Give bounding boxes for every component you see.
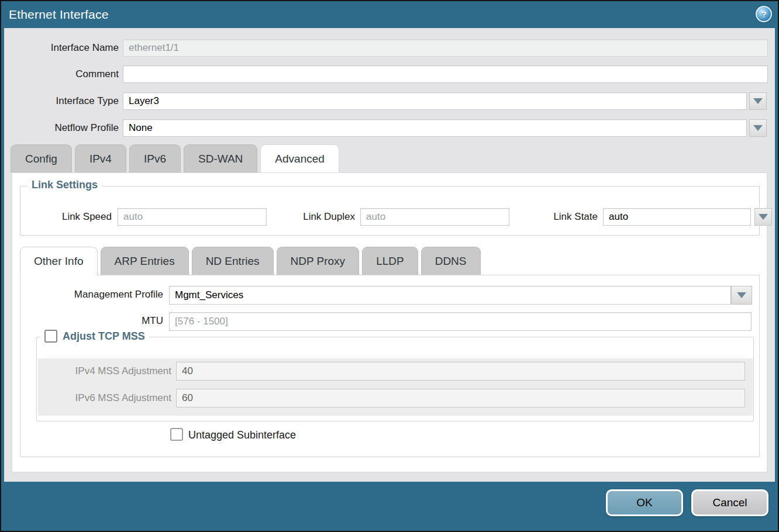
netflow-profile-input[interactable] [123, 119, 747, 137]
sub-tab-bar: Other Info ARP Entries ND Entries NDP Pr… [20, 243, 481, 275]
link-speed-input[interactable] [118, 208, 267, 226]
cancel-button[interactable]: Cancel [691, 489, 768, 516]
chevron-down-icon [753, 125, 763, 131]
link-settings-fieldset: Link Settings Link Speed Link Duplex Lin… [20, 186, 760, 236]
mtu-input[interactable] [169, 312, 752, 331]
subtab-arp-entries[interactable]: ARP Entries [101, 247, 189, 275]
mtu-row: MTU [20, 312, 759, 331]
dialog-body: Interface Name Comment Interface Type Ne… [4, 28, 775, 482]
management-profile-row: Management Profile [20, 286, 759, 305]
link-speed-label: Link Speed [20, 208, 112, 226]
link-duplex-input[interactable] [360, 208, 509, 226]
tab-sdwan[interactable]: SD-WAN [184, 144, 257, 172]
dialog-footer: OK Cancel [1, 482, 778, 531]
tab-ipv6[interactable]: IPv6 [129, 144, 181, 172]
chevron-down-icon [759, 214, 768, 220]
untagged-subinterface-row: Untagged Subinterface [20, 428, 759, 442]
help-glyph: ? [761, 10, 766, 19]
tab-config[interactable]: Config [11, 144, 72, 172]
main-tab-bar: Config IPv4 IPv6 SD-WAN Advanced [11, 144, 339, 172]
subtab-nd-entries[interactable]: ND Entries [192, 247, 274, 275]
chevron-down-icon [753, 98, 763, 104]
netflow-profile-row: Netflow Profile [4, 119, 768, 137]
subtab-other-info[interactable]: Other Info [20, 247, 98, 275]
subtab-ndp-proxy[interactable]: NDP Proxy [277, 247, 360, 275]
dialog-title: Ethernet Interface [1, 8, 109, 22]
interface-type-row: Interface Type [4, 92, 768, 110]
interface-name-label: Interface Name [4, 39, 119, 57]
ok-button[interactable]: OK [606, 489, 683, 516]
subtab-ddns[interactable]: DDNS [421, 247, 481, 275]
untagged-subinterface-checkbox[interactable] [170, 428, 183, 441]
comment-row: Comment [4, 65, 768, 83]
netflow-profile-dropdown-button[interactable] [749, 119, 767, 137]
link-state-input[interactable] [603, 208, 751, 226]
ipv6-mss-row: IPv6 MSS Adjustment [38, 389, 753, 407]
interface-type-label: Interface Type [4, 92, 119, 110]
interface-name-input [123, 39, 768, 57]
help-icon[interactable]: ? [756, 6, 772, 22]
link-state-field [603, 208, 751, 226]
management-profile-input[interactable] [169, 286, 731, 305]
advanced-tab-panel: Link Settings Link Speed Link Duplex Lin… [12, 172, 767, 472]
chevron-down-icon [737, 292, 746, 298]
mtu-label: MTU [20, 312, 163, 330]
link-state-label: Link State [505, 208, 598, 226]
ipv4-mss-input [176, 362, 745, 381]
adjust-tcp-mss-checkbox[interactable] [44, 330, 57, 343]
link-settings-legend: Link Settings [27, 179, 102, 191]
tab-advanced[interactable]: Advanced [260, 144, 339, 172]
interface-type-dropdown-button[interactable] [749, 92, 767, 110]
untagged-subinterface-label: Untagged Subinterface [188, 428, 296, 442]
interface-name-row: Interface Name [4, 39, 768, 57]
ethernet-interface-dialog: Ethernet Interface ? Interface Name Comm… [0, 0, 779, 532]
screenshot: Ethernet Interface ? Interface Name Comm… [0, 0, 779, 532]
adjust-tcp-mss-legend-text: Adjust TCP MSS [63, 330, 145, 343]
ipv4-mss-label: IPv4 MSS Adjustment [38, 362, 171, 381]
management-profile-dropdown-button[interactable] [731, 286, 752, 305]
adjust-tcp-mss-fieldset: Adjust TCP MSS IPv4 MSS Adjustment IPv6 … [36, 337, 754, 422]
comment-input[interactable] [123, 65, 768, 83]
other-info-panel: Management Profile MTU Adjust TCP MSS [20, 275, 760, 457]
subtab-lldp[interactable]: LLDP [362, 247, 418, 275]
ipv6-mss-input [176, 389, 745, 407]
comment-label: Comment [4, 65, 119, 83]
netflow-profile-label: Netflow Profile [4, 119, 119, 137]
adjust-tcp-mss-legend: Adjust TCP MSS [40, 330, 149, 343]
link-state-dropdown-button[interactable] [754, 208, 772, 226]
dialog-titlebar: Ethernet Interface ? [1, 1, 778, 28]
interface-type-input[interactable] [123, 92, 747, 110]
ipv4-mss-row: IPv4 MSS Adjustment [38, 362, 753, 381]
link-duplex-label: Link Duplex [259, 208, 355, 226]
management-profile-label: Management Profile [20, 286, 163, 303]
mss-disabled-panel: IPv4 MSS Adjustment IPv6 MSS Adjustment [38, 358, 753, 416]
tab-ipv4[interactable]: IPv4 [75, 144, 126, 172]
ipv6-mss-label: IPv6 MSS Adjustment [38, 389, 171, 407]
